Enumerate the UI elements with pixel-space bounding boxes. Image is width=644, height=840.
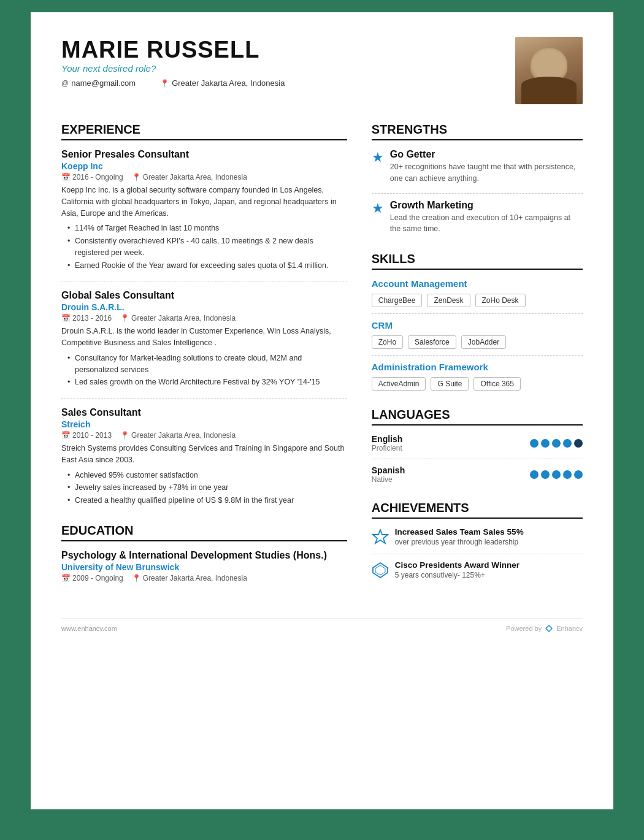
desired-role: Your next desired role? bbox=[61, 63, 515, 74]
profile-photo bbox=[515, 37, 583, 104]
skill-tag-2-3: JobAdder bbox=[461, 335, 506, 349]
achievement-sep bbox=[372, 554, 583, 554]
job-location-1: 📍 Greater Jakarta Area, Indonesia bbox=[132, 173, 247, 181]
job-desc-1: Koepp Inc Inc. is a global security soft… bbox=[61, 185, 347, 219]
footer: www.enhancv.com Powered by Enhancv bbox=[61, 618, 583, 633]
job-meta-3: 📅 2010 - 2013 📍 Greater Jakarta Area, In… bbox=[61, 431, 347, 440]
edu-calendar-icon: 📅 bbox=[61, 574, 71, 582]
skill-tag-3-2: G Suite bbox=[431, 377, 469, 391]
calendar-icon-3: 📅 bbox=[61, 431, 71, 440]
lang-1-level: Proficient bbox=[372, 444, 403, 452]
job-1: Senior Presales Consultant Koepp Inc 📅 2… bbox=[61, 149, 347, 271]
education-title: EDUCATION bbox=[61, 524, 347, 541]
job-location-3: 📍 Greater Jakarta Area, Indonesia bbox=[120, 431, 236, 440]
lang-2-name: Spanish bbox=[372, 465, 405, 475]
job-desc-3: Streich Systems provides Consulting Serv… bbox=[61, 443, 347, 466]
lang-1: English Proficient bbox=[372, 434, 583, 452]
job-3: Sales Consultant Streich 📅 2010 - 2013 📍… bbox=[61, 407, 347, 506]
strength-star-1: ★ bbox=[372, 150, 384, 185]
calendar-icon-2: 📅 bbox=[61, 314, 71, 323]
lang-dot-1-5 bbox=[574, 439, 583, 448]
achievement-icon-2 bbox=[372, 562, 389, 579]
strengths-title: STRENGTHS bbox=[372, 123, 583, 140]
footer-brand: Powered by Enhancv bbox=[506, 624, 583, 633]
strength-content-1: Go Getter 20+ recognitions have taught m… bbox=[390, 149, 583, 185]
job-title-1: Senior Presales Consultant bbox=[61, 149, 347, 160]
skill-tag-2-2: Salesforce bbox=[408, 335, 456, 349]
achievement-desc-2: 5 years consutively- 125%+ bbox=[395, 571, 519, 579]
job-desc-2: Drouin S.A.R.L. is the world leader in C… bbox=[61, 326, 347, 349]
lang-1-dots bbox=[530, 439, 583, 448]
skill-sep-1 bbox=[372, 313, 583, 314]
lang-1-info: English Proficient bbox=[372, 434, 403, 452]
lang-dot-2-3 bbox=[552, 470, 561, 479]
job-sep-1 bbox=[61, 281, 347, 281]
lang-sep bbox=[372, 459, 583, 459]
experience-title: EXPERIENCE bbox=[61, 123, 347, 140]
lang-dot-1-3 bbox=[552, 439, 561, 448]
achievements-title: ACHIEVEMENTS bbox=[372, 501, 583, 519]
powered-by-text: Powered by bbox=[506, 625, 542, 632]
bullet-3-1: Achieved 95% customer satisfaction bbox=[67, 470, 347, 481]
job-meta-1: 📅 2016 - Ongoing 📍 Greater Jakarta Area,… bbox=[61, 173, 347, 181]
achievement-content-1: Increased Sales Team Sales 55% over prev… bbox=[395, 527, 524, 546]
skill-tags-2: ZoHo Salesforce JobAdder bbox=[372, 335, 583, 349]
brand-name: Enhancv bbox=[556, 625, 583, 632]
left-column: EXPERIENCE Senior Presales Consultant Ko… bbox=[61, 123, 347, 600]
strength-star-2: ★ bbox=[372, 200, 384, 235]
lang-dot-1-1 bbox=[530, 439, 539, 448]
strength-2: ★ Growth Marketing Lead the creation and… bbox=[372, 200, 583, 235]
calendar-icon-1: 📅 bbox=[61, 173, 71, 181]
location-icon: 📍 bbox=[160, 79, 169, 88]
email-text: name@gmail.com bbox=[71, 78, 136, 88]
skill-tag-3-3: Office 365 bbox=[473, 377, 520, 391]
lang-dot-2-2 bbox=[541, 470, 550, 479]
header: MARIE RUSSELL Your next desired role? @ … bbox=[61, 37, 583, 104]
svg-marker-0 bbox=[373, 530, 388, 543]
location-contact: 📍 Greater Jakarta Area, Indonesia bbox=[160, 78, 285, 88]
job-company-1: Koepp Inc bbox=[61, 161, 347, 171]
job-meta-2: 📅 2013 - 2016 📍 Greater Jakarta Area, In… bbox=[61, 314, 347, 323]
job-dates-1: 📅 2016 - Ongoing bbox=[61, 173, 123, 181]
skill-cat-name-2: CRM bbox=[372, 320, 583, 330]
skill-tag-1-2: ZenDesk bbox=[427, 294, 470, 307]
svg-marker-2 bbox=[375, 565, 385, 575]
lang-dot-2-5 bbox=[574, 470, 583, 479]
lang-2-dots bbox=[530, 470, 583, 479]
skill-cat-name-3: Administration Framework bbox=[372, 362, 583, 372]
lang-2: Spanish Native bbox=[372, 465, 583, 484]
bullet-2-1: Consultancy for Market-leading solutions… bbox=[67, 353, 347, 376]
bullet-1-2: Consistently overachieved KPI's - 40 cal… bbox=[67, 235, 347, 259]
skill-category-2: CRM ZoHo Salesforce JobAdder bbox=[372, 320, 583, 349]
full-name: MARIE RUSSELL bbox=[61, 37, 515, 63]
job-location-2: 📍 Greater Jakarta Area, Indonesia bbox=[120, 314, 236, 323]
email-contact: @ name@gmail.com bbox=[61, 78, 136, 88]
location-text: Greater Jakarta Area, Indonesia bbox=[172, 78, 285, 88]
job-title-2: Global Sales Consultant bbox=[61, 290, 347, 301]
job-sep-2 bbox=[61, 398, 347, 399]
skill-tags-1: ChargeBee ZenDesk ZoHo Desk bbox=[372, 294, 583, 307]
right-column: STRENGTHS ★ Go Getter 20+ recognitions h… bbox=[372, 123, 583, 600]
job-dates-3: 📅 2010 - 2013 bbox=[61, 431, 112, 440]
experience-section: EXPERIENCE Senior Presales Consultant Ko… bbox=[61, 123, 347, 506]
footer-website: www.enhancv.com bbox=[61, 625, 117, 632]
edu-degree-1: Psychology & International Development S… bbox=[61, 550, 347, 561]
achievement-icon-1 bbox=[372, 529, 389, 546]
strength-desc-1: 20+ recognitions have taught me that wit… bbox=[390, 161, 583, 185]
lang-dot-2-4 bbox=[563, 470, 572, 479]
strengths-section: STRENGTHS ★ Go Getter 20+ recognitions h… bbox=[372, 123, 583, 235]
edu-location-1: 📍 Greater Jakarta Area, Indonesia bbox=[132, 574, 247, 582]
achievement-2: Cisco Presidents Award Winner 5 years co… bbox=[372, 560, 583, 579]
lang-2-level: Native bbox=[372, 475, 405, 484]
languages-title: LANGUAGES bbox=[372, 408, 583, 426]
job-bullets-2: Consultancy for Market-leading solutions… bbox=[61, 353, 347, 388]
skill-category-3: Administration Framework ActiveAdmin G S… bbox=[372, 362, 583, 391]
pin-icon-2: 📍 bbox=[120, 314, 129, 323]
job-bullets-1: 114% of Target Reached in last 10 months… bbox=[61, 223, 347, 271]
skill-cat-name-1: Account Management bbox=[372, 278, 583, 289]
bullet-1-1: 114% of Target Reached in last 10 months bbox=[67, 223, 347, 234]
skills-section: SKILLS Account Management ChargeBee ZenD… bbox=[372, 252, 583, 391]
job-dates-2: 📅 2013 - 2016 bbox=[61, 314, 112, 323]
job-title-3: Sales Consultant bbox=[61, 407, 347, 418]
strength-title-2: Growth Marketing bbox=[390, 200, 583, 211]
